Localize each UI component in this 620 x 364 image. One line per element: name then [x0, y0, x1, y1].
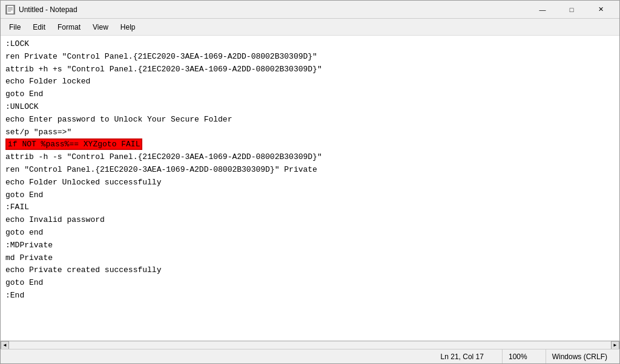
scrollbar-track[interactable]	[9, 341, 611, 349]
cursor-position: Ln 21, Col 17	[441, 353, 484, 361]
notepad-window: Untitled - Notepad — □ ✕ File Edit Forma…	[0, 0, 620, 364]
svg-rect-2	[8, 8, 13, 9]
title-bar: Untitled - Notepad — □ ✕	[1, 1, 619, 19]
editor-area[interactable]: :LOCK ren Private "Control Panel.{21EC20…	[1, 36, 619, 340]
app-icon	[5, 5, 15, 15]
line-after: attrib -h -s "Control Panel.{21EC2020-3A…	[5, 152, 322, 300]
horizontal-scrollbar-area: ◀ ▶	[1, 340, 619, 349]
minimize-button[interactable]: —	[529, 1, 556, 18]
window-title: Untitled - Notepad	[19, 5, 529, 14]
menu-help[interactable]: Help	[114, 21, 142, 34]
zoom-level: 100%	[509, 353, 527, 361]
line-1: :LOCK ren Private "Control Panel.{21EC20…	[5, 39, 322, 137]
status-position: Ln 21, Col 17	[435, 349, 490, 363]
svg-rect-1	[8, 7, 13, 8]
scroll-left-button[interactable]: ◀	[1, 341, 9, 349]
scroll-right-button[interactable]: ▶	[611, 341, 619, 349]
menu-format[interactable]: Format	[51, 21, 87, 34]
status-line-endings: Windows (CRLF)	[546, 349, 613, 363]
line-endings: Windows (CRLF)	[552, 353, 607, 361]
horizontal-scrollbar[interactable]: ◀ ▶	[1, 341, 619, 349]
svg-rect-3	[8, 10, 13, 10]
menu-file[interactable]: File	[3, 21, 27, 34]
code-content: :LOCK ren Private "Control Panel.{21EC20…	[5, 38, 615, 302]
maximize-button[interactable]: □	[558, 1, 585, 18]
menu-view[interactable]: View	[87, 21, 114, 34]
status-zoom: 100%	[502, 349, 533, 363]
menu-bar: File Edit Format View Help	[1, 19, 619, 36]
window-controls: — □ ✕	[529, 1, 615, 18]
menu-edit[interactable]: Edit	[27, 21, 51, 34]
highlighted-line: if NOT %pass%== XYZgoto FAIL	[5, 138, 142, 150]
status-bar: Ln 21, Col 17 100% Windows (CRLF)	[1, 349, 619, 363]
close-button[interactable]: ✕	[587, 1, 615, 18]
svg-rect-4	[8, 11, 11, 11]
